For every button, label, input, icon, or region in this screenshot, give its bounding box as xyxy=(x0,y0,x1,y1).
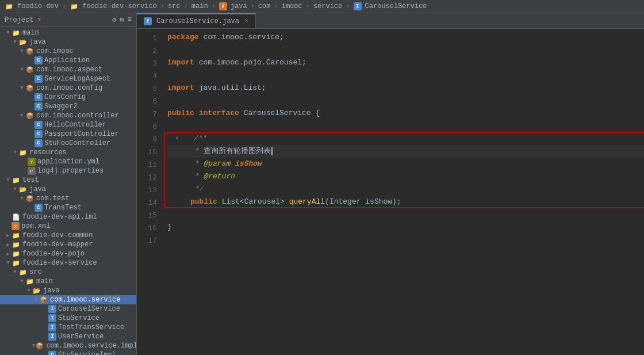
prop-icon: P xyxy=(28,167,36,175)
java-folder-icon: 📂 xyxy=(18,38,28,46)
tree-item-log4j[interactable]: P log4j.properties xyxy=(0,166,136,175)
tree-item-aspect[interactable]: ▼ 📦 com.imooc.aspect xyxy=(0,65,136,74)
class-icon: C xyxy=(34,75,43,83)
tree-item-com-imooc-service[interactable]: ▼ 📦 com.imooc.service xyxy=(0,295,136,304)
folder-icon: 📁 xyxy=(12,176,21,184)
tree-item-pom[interactable]: X pom.xml xyxy=(0,222,136,231)
class-icon: C xyxy=(34,102,43,110)
tree-item-service-java[interactable]: ▼ 📂 java xyxy=(0,286,136,295)
breadcrumb-item[interactable]: J java xyxy=(219,2,247,10)
sidebar-header: Project ▼ ⚙ ⊞ ≡ xyxy=(0,13,136,27)
gear-icon[interactable]: ≡ xyxy=(128,16,132,24)
class-icon: C xyxy=(34,56,43,64)
sidebar-title: Project xyxy=(5,16,33,24)
iml-icon: 📄 xyxy=(12,213,21,221)
breadcrumb-bar: 📁 foodie-dev › 📁 foodie-dev-service › sr… xyxy=(0,0,644,13)
layout-icon[interactable]: ⊞ xyxy=(120,16,124,24)
tree-item-transtest[interactable]: C TransTest xyxy=(0,203,136,212)
interface-icon: I xyxy=(144,17,152,25)
breadcrumb-item[interactable]: 📁 foodie-dev xyxy=(5,2,59,10)
tree-item-userservice[interactable]: I UserService xyxy=(0,332,136,341)
tree-item-test-java[interactable]: ▼ 📂 java xyxy=(0,185,136,194)
folder-icon: 📁 xyxy=(12,241,21,249)
code-content[interactable]: package com.imooc.service; import com.im… xyxy=(163,31,644,353)
tree-item-service-root[interactable]: ▼ 📁 foodie-dev-service xyxy=(0,258,136,268)
java-icon: J xyxy=(219,2,227,10)
settings-icon[interactable]: ⚙ xyxy=(112,16,116,24)
code-line-13: */ xyxy=(167,183,644,196)
tree-item-servicelogaspect[interactable]: C ServiceLogAspect xyxy=(0,74,136,83)
folder-icon: 📁 xyxy=(5,2,14,10)
tree-item-service-impl[interactable]: ▼ 📦 com.imooc.service.impl xyxy=(0,341,136,350)
tree-item-service-main[interactable]: ▼ 📁 main xyxy=(0,277,136,286)
code-line-16: } xyxy=(167,221,644,234)
tree-item-hellocontroller[interactable]: C HelloController xyxy=(0,120,136,129)
breadcrumb-item[interactable]: src xyxy=(168,2,181,10)
folder-icon: 📁 xyxy=(18,148,28,156)
tree-item-api-iml[interactable]: 📄 foodie-dev-api.iml xyxy=(0,212,136,222)
package-icon: 📦 xyxy=(25,66,34,74)
folder-icon: 📁 xyxy=(12,259,21,267)
interface-icon: I xyxy=(48,305,56,313)
tree-item-application[interactable]: C Application xyxy=(0,56,136,65)
tree-item-corsconfig[interactable]: C CorsConfig xyxy=(0,93,136,102)
tree-item-controller[interactable]: ▼ 📦 com.imooc.controller xyxy=(0,111,136,120)
sidebar-label-application: Application xyxy=(44,56,90,64)
java-folder-icon: 📂 xyxy=(32,287,41,295)
code-line-7: public interface CarouselService { xyxy=(167,107,644,120)
code-line-12: * @return xyxy=(167,170,644,183)
code-line-1: package com.imooc.service; xyxy=(167,31,644,44)
breadcrumb-item[interactable]: main xyxy=(191,2,208,10)
code-line-15 xyxy=(167,208,644,221)
tree-item-stuserviceimpl[interactable]: C StuServiceImpl xyxy=(0,350,136,355)
breadcrumb-item[interactable]: 📁 foodie-dev-service xyxy=(70,2,157,10)
folder-icon: 📁 xyxy=(12,250,21,258)
tree-item-test[interactable]: ▼ 📁 test xyxy=(0,175,136,185)
tree-item-pojo[interactable]: ▶ 📁 foodie-dev-pojo xyxy=(0,249,136,258)
interface-icon: I xyxy=(48,323,56,331)
tree-item-common[interactable]: ▶ 📁 foodie-dev-common xyxy=(0,231,136,240)
tree-item-swagger2[interactable]: C Swagger2 xyxy=(0,102,136,111)
folder-icon: 📁 xyxy=(12,29,21,37)
right-panel: I CarouselService.java × 1 2 3 4 5 6 7 8… xyxy=(137,13,644,355)
line-numbers: 1 2 3 4 5 6 7 8 9 10 11 12 13 14 15 16 1 xyxy=(137,31,163,353)
code-line-14: public List<Carousel> queryAll(Integer i… xyxy=(167,196,644,208)
interface-icon: I xyxy=(354,2,362,10)
tree-item-com-imooc[interactable]: ▼ 📦 com.imooc xyxy=(0,47,136,56)
tree-item-passportcontroller[interactable]: C PassportController xyxy=(0,129,136,139)
tree-item-comtest[interactable]: ▼ 📦 com.test xyxy=(0,194,136,203)
tree-item-java[interactable]: ▼ 📂 java xyxy=(0,37,136,47)
folder-icon: 📁 xyxy=(25,277,34,285)
tree-item-carouselservice[interactable]: I CarouselService xyxy=(0,304,136,314)
class-icon: C xyxy=(48,351,56,355)
tab-carouselservice[interactable]: I CarouselService.java × xyxy=(137,13,256,28)
tree-item-stuservice[interactable]: I StuService xyxy=(0,314,136,323)
breadcrumb-item[interactable]: service xyxy=(313,2,342,10)
code-line-2 xyxy=(167,44,644,56)
package-icon: 📦 xyxy=(25,84,34,92)
tab-close-button[interactable]: × xyxy=(244,17,248,25)
tree-item-resources[interactable]: ▼ 📁 resources xyxy=(0,148,136,157)
breadcrumb-item[interactable]: com xyxy=(258,2,271,10)
code-line-9: ▼ /** xyxy=(167,132,644,145)
folder-icon: 📁 xyxy=(70,2,79,10)
tree-item-application-yml[interactable]: Y application.yml xyxy=(0,157,136,166)
collapse-icon[interactable]: ▼ xyxy=(175,132,179,145)
folder-icon: 📁 xyxy=(12,231,21,239)
tree-item-main[interactable]: ▼ 📁 main xyxy=(0,28,136,37)
tree-item-mapper[interactable]: ▶ 📁 foodie-dev-mapper xyxy=(0,240,136,249)
package-icon: 📦 xyxy=(25,112,34,120)
tree-item-src[interactable]: ▼ 📁 src xyxy=(0,268,136,277)
class-icon: C xyxy=(34,121,43,129)
yaml-icon: Y xyxy=(28,158,36,166)
folder-icon: 📁 xyxy=(18,268,28,276)
code-line-10: * 查询所有轮播图列表 xyxy=(167,145,644,158)
code-editor[interactable]: 1 2 3 4 5 6 7 8 9 10 11 12 13 14 15 16 1 xyxy=(137,29,644,355)
tree-item-stufoocontroller[interactable]: C StuFooController xyxy=(0,139,136,148)
package-icon: 📦 xyxy=(35,342,44,350)
code-line-4 xyxy=(167,69,644,82)
tree-item-testtransservice[interactable]: I TestTransService xyxy=(0,323,136,332)
breadcrumb-item[interactable]: I CarouselService xyxy=(354,2,427,10)
tree-item-config[interactable]: ▼ 📦 com.imooc.config xyxy=(0,83,136,93)
breadcrumb-item[interactable]: imooc xyxy=(282,2,302,10)
